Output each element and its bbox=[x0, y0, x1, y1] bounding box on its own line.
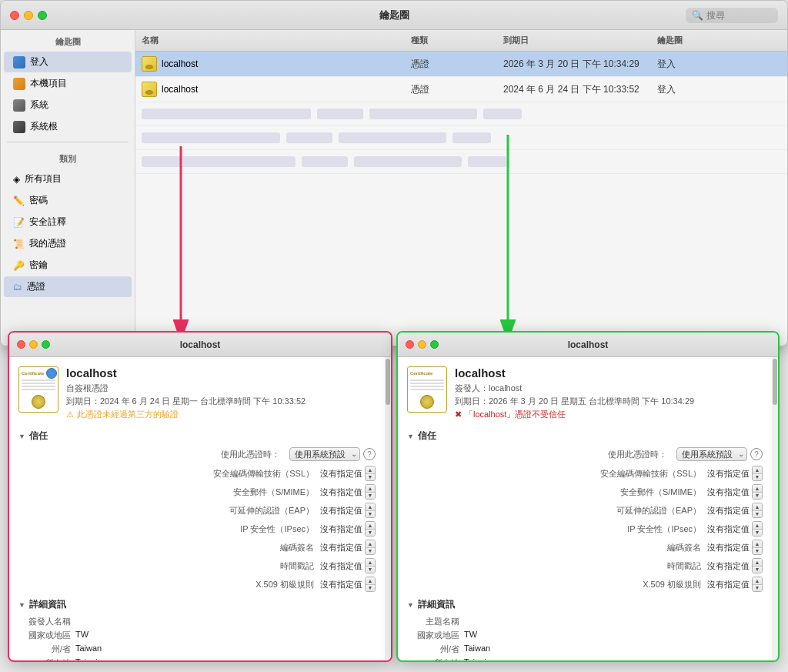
panel-right-close[interactable] bbox=[406, 340, 414, 349]
sidebar-label-sysroot: 系統根 bbox=[30, 120, 58, 133]
stepper[interactable]: ▲▼ bbox=[752, 503, 763, 518]
local-icon bbox=[13, 78, 25, 90]
trust-rows-left: 安全編碼傳輸技術（SSL） 沒有指定值 ▲▼ 安全郵件（S/MIME） 沒有指定… bbox=[18, 466, 376, 592]
detail-row: 國家或地區 TW bbox=[22, 630, 372, 641]
warning-icon: ⚠ bbox=[66, 410, 74, 420]
question-mark-right[interactable]: ? bbox=[750, 448, 763, 460]
maximize-button[interactable] bbox=[38, 11, 47, 20]
trust-section-left[interactable]: ▼ 信任 bbox=[18, 430, 376, 443]
stepper[interactable]: ▲▼ bbox=[365, 521, 376, 537]
col-header-keychain: 鑰匙圈 bbox=[651, 33, 728, 48]
trust-row: 安全編碼傳輸技術（SSL） 沒有指定值 ▲▼ bbox=[18, 466, 376, 481]
sidebar-label-all: 所有項目 bbox=[25, 172, 62, 186]
panel-right-maximize[interactable] bbox=[430, 340, 439, 349]
trust-row: 時間戳記 沒有指定值 ▲▼ bbox=[18, 558, 376, 573]
trust-rows-right: 安全編碼傳輸技術（SSL） 沒有指定值 ▲▼ 安全郵件（S/MIME） 沒有指定… bbox=[407, 466, 763, 592]
sidebar-item-login[interactable]: 登入 bbox=[4, 52, 132, 72]
question-mark-left[interactable]: ? bbox=[363, 448, 376, 460]
panel-right-traffic-lights bbox=[406, 340, 439, 349]
sysroot-icon bbox=[13, 121, 25, 133]
detail-row: 州/省 Taiwan bbox=[410, 644, 760, 655]
trust-row: X.509 初級規則 沒有指定值 ▲▼ bbox=[18, 577, 376, 592]
panel-right-scrollbar[interactable] bbox=[772, 357, 778, 662]
search-icon: 🔍 bbox=[692, 10, 703, 21]
detail-rows-right: 主題名稱 國家或地區 TW 州/省 Taiwan 所在地 Taipei 公司 C… bbox=[407, 616, 763, 660]
trust-row: 編碼簽名 沒有指定值 ▲▼ bbox=[407, 540, 763, 555]
triangle-icon-right: ▼ bbox=[407, 433, 414, 440]
use-cert-row-left: 使用此憑證時： 使用系統預設 ? bbox=[18, 447, 376, 461]
file-list-header: 名稱 種類 到期日 鑰匙圈 bbox=[135, 30, 787, 52]
detail-row: 國家或地區 TW bbox=[410, 630, 760, 641]
minimize-button[interactable] bbox=[24, 11, 33, 20]
use-cert-select-wrapper-right[interactable]: 使用系統預設 bbox=[676, 447, 747, 461]
use-cert-select-wrapper[interactable]: 使用系統預設 bbox=[289, 447, 360, 461]
panel-right-scrollbar-thumb[interactable] bbox=[773, 359, 777, 405]
stepper[interactable]: ▲▼ bbox=[752, 558, 763, 573]
cert-name-right: localhost bbox=[455, 366, 694, 379]
sidebar-item-keys[interactable]: 🔑 密鑰 bbox=[4, 255, 132, 276]
trust-row: 編碼簽名 沒有指定值 ▲▼ bbox=[18, 540, 376, 555]
table-row[interactable]: localhost 憑證 2024 年 6 月 24 日 下午 10:33:52… bbox=[135, 77, 787, 102]
cert-subtitle-left: 自簽根憑證 bbox=[66, 382, 306, 395]
stepper[interactable]: ▲▼ bbox=[365, 484, 376, 500]
detail-panel-right: localhost localhost 簽發人：localho bbox=[396, 331, 780, 662]
panel-left-body: localhost 自簽根憑證 到期日：2024 年 6 月 24 日 星期一 … bbox=[9, 357, 391, 660]
col-header-name[interactable]: 名稱 bbox=[135, 33, 405, 48]
cert-lines-right bbox=[410, 379, 444, 392]
trust-row: 安全編碼傳輸技術（SSL） 沒有指定值 ▲▼ bbox=[407, 466, 763, 481]
stepper[interactable]: ▲▼ bbox=[752, 521, 763, 537]
sidebar-item-all[interactable]: ◈ 所有項目 bbox=[4, 169, 132, 189]
panel-right-minimize[interactable] bbox=[418, 340, 426, 349]
sidebar-item-local[interactable]: 本機項目 bbox=[4, 73, 132, 94]
cert-expiry-left: 到期日：2024 年 6 月 24 日 星期一 台北標準時間 下午 10:33:… bbox=[66, 395, 306, 408]
panel-left-close[interactable] bbox=[17, 340, 25, 349]
sidebar-label-certs: 憑證 bbox=[27, 280, 45, 293]
sidebar-item-sysroot[interactable]: 系統根 bbox=[4, 116, 132, 137]
trust-row: 可延伸的認證（EAP） 沒有指定值 ▲▼ bbox=[18, 503, 376, 518]
cert-subtitle-right: 簽發人：localhost bbox=[455, 382, 694, 395]
panel-left-minimize[interactable] bbox=[29, 340, 38, 349]
close-button[interactable] bbox=[10, 11, 19, 20]
detail-section-left[interactable]: ▼ 詳細資訊 bbox=[18, 598, 376, 611]
stepper[interactable]: ▲▼ bbox=[365, 503, 376, 518]
cert-badge-left bbox=[46, 368, 57, 379]
sidebar-item-mycerts[interactable]: 📜 我的憑證 bbox=[4, 233, 132, 254]
sidebar-item-passwords[interactable]: ✏️ 密碼 bbox=[4, 190, 132, 211]
stepper[interactable]: ▲▼ bbox=[365, 466, 376, 481]
panel-left-maximize[interactable] bbox=[42, 340, 50, 349]
search-bar[interactable]: 🔍 bbox=[686, 8, 778, 23]
cert-info-left: localhost 自簽根憑證 到期日：2024 年 6 月 24 日 星期一 … bbox=[66, 366, 306, 420]
stepper[interactable]: ▲▼ bbox=[752, 484, 763, 500]
file-expiry: 2024 年 6 月 24 日 下午 10:33:52 bbox=[497, 82, 651, 98]
use-cert-select-right[interactable]: 使用系統預設 bbox=[676, 447, 747, 461]
search-input[interactable] bbox=[706, 10, 768, 21]
stepper[interactable]: ▲▼ bbox=[752, 466, 763, 481]
cert-large-icon-right bbox=[407, 366, 447, 413]
sidebar-item-notes[interactable]: 📝 安全註釋 bbox=[4, 212, 132, 232]
trust-section-right[interactable]: ▼ 信任 bbox=[407, 430, 763, 443]
window-body: 鑰匙圈 登入 本機項目 系統 系統根 類別 ◈ 所有項目 bbox=[1, 30, 787, 346]
trust-row: 可延伸的認證（EAP） 沒有指定值 ▲▼ bbox=[407, 503, 763, 518]
detail-row: 簽發人名稱 bbox=[22, 616, 372, 627]
panel-left-scrollbar[interactable] bbox=[385, 357, 391, 662]
stepper[interactable]: ▲▼ bbox=[752, 577, 763, 592]
sidebar-label-local: 本機項目 bbox=[30, 77, 67, 90]
detail-row: 所在地 Taipei bbox=[22, 657, 372, 660]
cert-header-right: localhost 簽發人：localhost 到期日：2026 年 3 月 2… bbox=[407, 366, 763, 420]
stepper[interactable]: ▲▼ bbox=[365, 558, 376, 573]
use-cert-select-left[interactable]: 使用系統預設 bbox=[289, 447, 360, 461]
sidebar-label-system: 系統 bbox=[30, 99, 48, 112]
sidebar-item-system[interactable]: 系統 bbox=[4, 95, 132, 115]
detail-row: 主題名稱 bbox=[410, 616, 760, 627]
detail-section-right[interactable]: ▼ 詳細資訊 bbox=[407, 598, 763, 611]
stepper[interactable]: ▲▼ bbox=[752, 540, 763, 555]
panel-left-scrollbar-thumb[interactable] bbox=[386, 359, 390, 405]
panel-left-title: localhost bbox=[180, 339, 221, 350]
panel-left-titlebar: localhost bbox=[9, 333, 391, 357]
panel-left-traffic-lights bbox=[17, 340, 50, 349]
panel-right-titlebar: localhost bbox=[398, 333, 778, 357]
stepper[interactable]: ▲▼ bbox=[365, 540, 376, 555]
stepper[interactable]: ▲▼ bbox=[365, 577, 376, 592]
sidebar-item-certs[interactable]: 🗂 憑證 bbox=[4, 276, 132, 297]
table-row[interactable]: localhost 憑證 2026 年 3 月 20 日 下午 10:34:29… bbox=[135, 52, 787, 77]
